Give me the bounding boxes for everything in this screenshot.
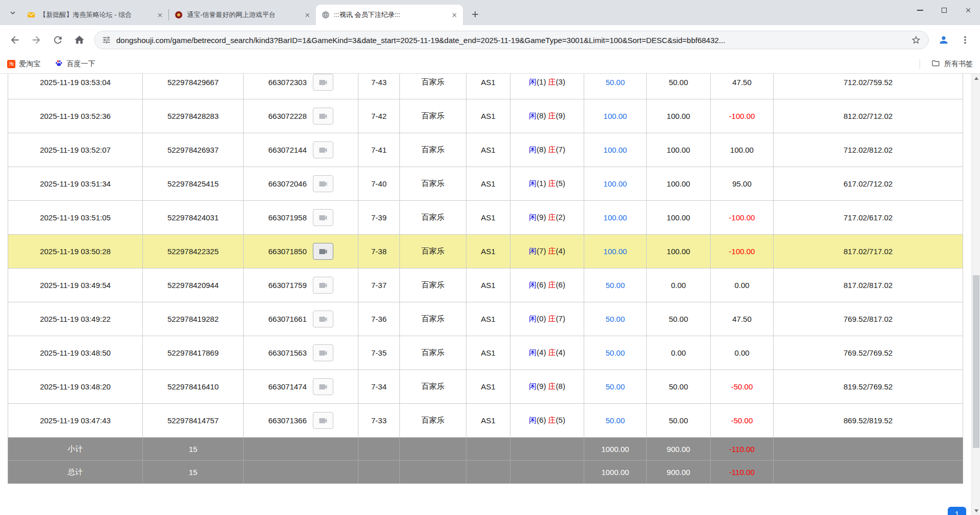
address-bar[interactable]: dongshouji.com/game/betrecord_search/kin… [94, 31, 929, 49]
cell-valid-amount: 100.00 [647, 235, 711, 269]
replay-video-button[interactable] [313, 74, 333, 91]
records-tbody: 2025-11-19 03:53:04522978429667663072303… [8, 74, 963, 484]
video-replay-icon [318, 280, 328, 291]
cell-bet-amount-link[interactable]: 100.00 [584, 133, 647, 167]
round-cell: 663072144 [246, 141, 355, 158]
bet-player-count: (6) [537, 416, 548, 424]
cell-bet-amount-link[interactable]: 50.00 [584, 269, 647, 302]
cell-bet-amount-link[interactable]: 50.00 [584, 336, 647, 370]
back-arrow-icon [9, 34, 20, 46]
tab-close-icon[interactable] [450, 10, 459, 19]
cell-bet-amount-link[interactable]: 50.00 [584, 302, 647, 336]
cell-valid-amount: 100.00 [647, 201, 711, 235]
cell-order-number: 522978416410 [143, 370, 244, 404]
vertical-scrollbar[interactable] [971, 74, 980, 515]
cell-bet-amount-link[interactable]: 100.00 [584, 99, 647, 133]
tongbao-favicon-icon [175, 11, 183, 19]
tab-forum[interactable]: 【新提醒】海燕策略论坛 - 综合 [22, 5, 168, 25]
bet-banker-count: (5) [556, 416, 565, 424]
pagination-page-button[interactable]: 1 [948, 507, 966, 515]
cell-bet-amount-link[interactable]: 50.00 [584, 370, 647, 404]
replay-video-button[interactable] [313, 344, 333, 361]
cell-table-number: 7-41 [358, 133, 400, 167]
cell-account: AS1 [466, 404, 510, 438]
replay-video-button[interactable] [313, 277, 333, 294]
bet-banker-label: 庄 [548, 280, 556, 289]
cell-bet-detail: 闲(9) 庄(8) [510, 370, 584, 404]
close-window-button[interactable] [956, 0, 980, 20]
cell-bet-amount-link[interactable]: 50.00 [584, 404, 647, 438]
bet-banker-count: (3) [556, 77, 565, 86]
bet-player-label: 闲 [529, 348, 537, 357]
round-cell: 663071759 [246, 277, 355, 294]
bookmark-baidu[interactable]: 百度一下 [55, 59, 95, 69]
home-button[interactable] [69, 29, 90, 51]
cell-account: AS1 [466, 336, 510, 370]
page-content: 2025-11-19 03:53:04522978429667663072303… [0, 74, 980, 515]
replay-video-button[interactable] [313, 243, 333, 260]
bet-player-count: (6) [537, 280, 548, 289]
summary-empty [510, 461, 584, 484]
cell-win-loss: 100.00 [711, 133, 774, 167]
bookmark-aitaobao[interactable]: 淘 爱淘宝 [7, 59, 40, 69]
site-settings-icon[interactable] [102, 35, 111, 45]
cell-order-number: 522978422325 [143, 235, 244, 269]
replay-video-button[interactable] [313, 141, 333, 158]
cell-bet-time: 2025-11-19 03:50:28 [8, 235, 143, 269]
forward-button[interactable] [26, 29, 47, 51]
scrollbar-up-arrow[interactable] [972, 74, 980, 83]
cell-bet-amount-link[interactable]: 100.00 [584, 201, 647, 235]
video-replay-icon [318, 179, 328, 189]
profile-button[interactable] [933, 29, 954, 51]
tab-close-icon[interactable] [303, 10, 312, 19]
tab-search-button[interactable] [4, 0, 22, 25]
tab-bet-records-active[interactable]: :::视讯 会员下注纪录::: [316, 5, 463, 25]
replay-video-button[interactable] [313, 209, 333, 226]
back-button[interactable] [4, 29, 26, 51]
replay-video-button[interactable] [313, 412, 333, 429]
bet-player-count: (9) [537, 213, 548, 221]
cell-bet-detail: 闲(1) 庄(3) [510, 74, 584, 99]
cell-balance: 712.02/812.02 [774, 133, 963, 167]
cell-bet-time: 2025-11-19 03:51:05 [8, 201, 143, 235]
cell-bet-amount-link[interactable]: 100.00 [584, 167, 647, 201]
tab-tongbao[interactable]: 通宝-信誉最好的网上游戏平台 [169, 5, 316, 25]
all-bookmarks-button[interactable]: 所有书签 [944, 59, 973, 69]
bet-player-label: 闲 [529, 280, 537, 289]
cell-bet-amount-link[interactable]: 100.00 [584, 235, 647, 269]
cell-account: AS1 [466, 167, 510, 201]
maximize-button[interactable] [932, 0, 956, 20]
menu-button[interactable] [954, 29, 976, 51]
url-text[interactable]: dongshouji.com/game/betrecord_search/kin… [116, 36, 906, 45]
more-vert-icon [960, 34, 971, 46]
cell-round-number: 663071850 [244, 235, 358, 269]
video-replay-icon [318, 416, 328, 426]
replay-video-button[interactable] [313, 108, 333, 125]
bet-player-count: (0) [537, 314, 548, 323]
cell-bet-detail: 闲(1) 庄(5) [510, 167, 584, 201]
replay-video-button[interactable] [313, 175, 333, 192]
round-number-text: 663072046 [268, 179, 307, 188]
cell-bet-detail: 闲(6) 庄(5) [510, 404, 584, 438]
reload-button[interactable] [47, 29, 69, 51]
scrollbar-thumb[interactable] [973, 275, 979, 448]
bookmark-star-icon[interactable] [911, 35, 921, 45]
video-replay-icon [318, 382, 328, 392]
scrollbar-down-arrow[interactable] [972, 506, 980, 515]
new-tab-button[interactable] [467, 6, 483, 23]
cell-bet-amount-link[interactable]: 50.00 [584, 74, 647, 99]
cell-game-type: 百家乐 [400, 74, 466, 99]
bet-banker-label: 庄 [548, 314, 556, 323]
cell-balance: 817.02/817.02 [774, 269, 963, 302]
cell-round-number: 663072046 [244, 167, 358, 201]
replay-video-button[interactable] [313, 378, 333, 395]
minimize-button[interactable] [908, 0, 932, 20]
tab-close-icon[interactable] [155, 10, 164, 19]
cell-balance: 712.02/759.52 [774, 74, 963, 99]
bet-banker-count: (7) [556, 145, 565, 154]
bet-player-label: 闲 [529, 416, 537, 424]
bet-banker-label: 庄 [548, 179, 556, 188]
bet-banker-label: 庄 [548, 213, 556, 221]
bet-banker-label: 庄 [548, 111, 556, 120]
replay-video-button[interactable] [313, 311, 333, 327]
